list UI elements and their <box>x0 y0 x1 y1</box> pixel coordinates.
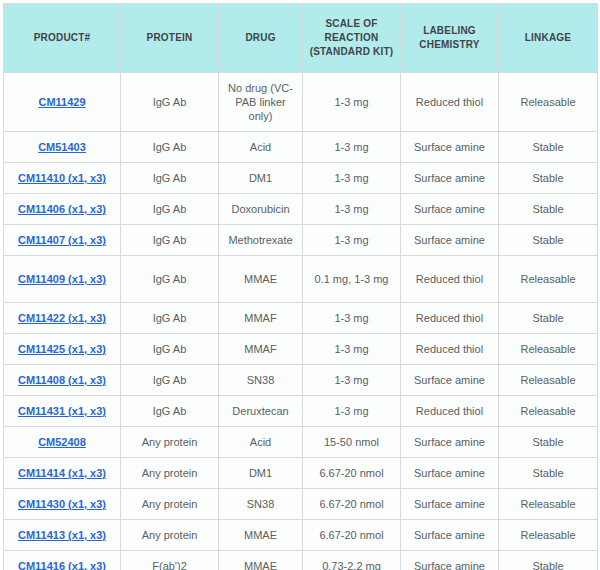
column-header-drug: DRUG <box>219 4 303 73</box>
linkage-cell: Releasable <box>499 396 598 427</box>
product-link[interactable]: CM11410 (x1, x3) <box>18 172 106 184</box>
table-row: CM11408 (x1, x3)IgG AbSN381-3 mgSurface … <box>4 365 598 396</box>
table-row: CM51403IgG AbAcid1-3 mgSurface amineStab… <box>4 132 598 163</box>
product-link[interactable]: CM11409 (x1, x3) <box>18 273 106 285</box>
product-link[interactable]: CM11416 (x1, x3) <box>18 560 106 570</box>
product-link[interactable]: CM11429 <box>38 96 85 108</box>
protein-cell: Any protein <box>121 489 219 520</box>
drug-cell: Methotrexate <box>219 225 303 256</box>
header-row: PRODUCT# PROTEIN DRUG SCALE OF REACTION … <box>4 4 598 73</box>
product-cell: CM11406 (x1, x3) <box>4 194 121 225</box>
product-link[interactable]: CM51403 <box>38 141 86 153</box>
linkage-cell: Releasable <box>499 365 598 396</box>
linkage-cell: Stable <box>499 427 598 458</box>
protein-cell: IgG Ab <box>121 256 219 303</box>
linkage-cell: Stable <box>499 194 598 225</box>
chemistry-cell: Reduced thiol <box>401 73 499 132</box>
chemistry-cell: Surface amine <box>401 132 499 163</box>
column-header-protein: PROTEIN <box>121 4 219 73</box>
protein-cell: IgG Ab <box>121 225 219 256</box>
protein-cell: F(ab')2 <box>121 551 219 570</box>
product-cell: CM11431 (x1, x3) <box>4 396 121 427</box>
drug-cell: MMAF <box>219 303 303 334</box>
protein-cell: IgG Ab <box>121 396 219 427</box>
drug-cell: MMAF <box>219 334 303 365</box>
linkage-cell: Stable <box>499 551 598 570</box>
protein-cell: Any protein <box>121 520 219 551</box>
product-cell: CM52408 <box>4 427 121 458</box>
page: PRODUCT# PROTEIN DRUG SCALE OF REACTION … <box>0 0 600 570</box>
table-row: CM11414 (x1, x3)Any proteinDM16.67-20 nm… <box>4 458 598 489</box>
product-cell: CM11414 (x1, x3) <box>4 458 121 489</box>
table-row: CM11431 (x1, x3)IgG AbDeruxtecan1-3 mgRe… <box>4 396 598 427</box>
drug-cell: SN38 <box>219 365 303 396</box>
drug-cell: Deruxtecan <box>219 396 303 427</box>
column-header-product: PRODUCT# <box>4 4 121 73</box>
linkage-cell: Stable <box>499 458 598 489</box>
chemistry-cell: Reduced thiol <box>401 256 499 303</box>
product-link[interactable]: CM11414 (x1, x3) <box>18 467 106 479</box>
product-link[interactable]: CM11408 (x1, x3) <box>18 374 106 386</box>
chemistry-cell: Surface amine <box>401 458 499 489</box>
drug-cell: No drug (VC-PAB linker only) <box>219 73 303 132</box>
product-link[interactable]: CM52408 <box>38 436 86 448</box>
product-cell: CM51403 <box>4 132 121 163</box>
conjugation-kit-table: PRODUCT# PROTEIN DRUG SCALE OF REACTION … <box>3 3 598 570</box>
column-header-linkage: LINKAGE <box>499 4 598 73</box>
protein-cell: IgG Ab <box>121 73 219 132</box>
protein-cell: IgG Ab <box>121 365 219 396</box>
column-header-chemistry: LABELING CHEMISTRY <box>401 4 499 73</box>
protein-cell: IgG Ab <box>121 334 219 365</box>
drug-cell: DM1 <box>219 163 303 194</box>
linkage-cell: Stable <box>499 225 598 256</box>
table-row: CM11416 (x1, x3)F(ab')2MMAE0.73-2.2 mgSu… <box>4 551 598 570</box>
linkage-cell: Stable <box>499 132 598 163</box>
table-row: CM11409 (x1, x3)IgG AbMMAE0.1 mg, 1-3 mg… <box>4 256 598 303</box>
chemistry-cell: Reduced thiol <box>401 334 499 365</box>
chemistry-cell: Surface amine <box>401 194 499 225</box>
product-link[interactable]: CM11406 (x1, x3) <box>18 203 106 215</box>
table-row: CM11429IgG AbNo drug (VC-PAB linker only… <box>4 73 598 132</box>
chemistry-cell: Surface amine <box>401 551 499 570</box>
scale-cell: 6.67-20 nmol <box>303 489 401 520</box>
product-link[interactable]: CM11430 (x1, x3) <box>18 498 106 510</box>
linkage-cell: Releasable <box>499 334 598 365</box>
drug-cell: DM1 <box>219 458 303 489</box>
product-cell: CM11430 (x1, x3) <box>4 489 121 520</box>
scale-cell: 6.67-20 nmol <box>303 458 401 489</box>
scale-cell: 1-3 mg <box>303 73 401 132</box>
table-row: CM11413 (x1, x3)Any proteinMMAE6.67-20 n… <box>4 520 598 551</box>
product-link[interactable]: CM11413 (x1, x3) <box>18 529 106 541</box>
chemistry-cell: Reduced thiol <box>401 396 499 427</box>
scale-cell: 1-3 mg <box>303 132 401 163</box>
scale-cell: 1-3 mg <box>303 365 401 396</box>
drug-cell: MMAE <box>219 256 303 303</box>
scale-cell: 1-3 mg <box>303 163 401 194</box>
drug-cell: MMAE <box>219 551 303 570</box>
drug-cell: SN38 <box>219 489 303 520</box>
chemistry-cell: Surface amine <box>401 520 499 551</box>
product-link[interactable]: CM11431 (x1, x3) <box>18 405 106 417</box>
chemistry-cell: Surface amine <box>401 163 499 194</box>
product-link[interactable]: CM11425 (x1, x3) <box>18 343 106 355</box>
chemistry-cell: Surface amine <box>401 427 499 458</box>
scale-cell: 15-50 nmol <box>303 427 401 458</box>
drug-cell: Acid <box>219 427 303 458</box>
table-row: CM52408Any proteinAcid15-50 nmolSurface … <box>4 427 598 458</box>
scale-cell: 1-3 mg <box>303 303 401 334</box>
product-cell: CM11407 (x1, x3) <box>4 225 121 256</box>
linkage-cell: Stable <box>499 303 598 334</box>
table-row: CM11430 (x1, x3)Any proteinSN386.67-20 n… <box>4 489 598 520</box>
product-cell: CM11422 (x1, x3) <box>4 303 121 334</box>
product-link[interactable]: CM11407 (x1, x3) <box>18 234 106 246</box>
drug-cell: MMAE <box>219 520 303 551</box>
chemistry-cell: Surface amine <box>401 489 499 520</box>
drug-cell: Doxorubicin <box>219 194 303 225</box>
protein-cell: IgG Ab <box>121 303 219 334</box>
table-header: PRODUCT# PROTEIN DRUG SCALE OF REACTION … <box>4 4 598 73</box>
protein-cell: IgG Ab <box>121 132 219 163</box>
column-header-scale: SCALE OF REACTION (STANDARD KIT) <box>303 4 401 73</box>
product-link[interactable]: CM11422 (x1, x3) <box>18 312 106 324</box>
scale-cell: 1-3 mg <box>303 334 401 365</box>
linkage-cell: Stable <box>499 163 598 194</box>
